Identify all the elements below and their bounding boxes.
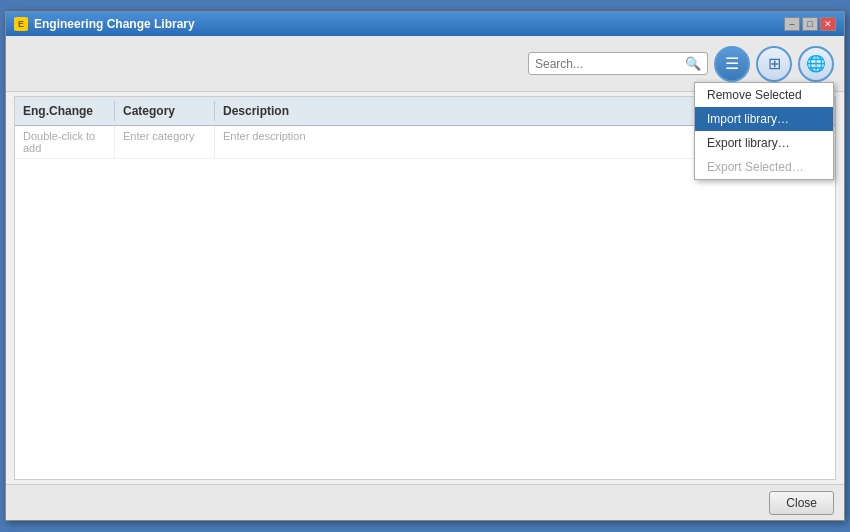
title-bar: E Engineering Change Library – □ ✕ <box>6 12 844 36</box>
cell-eng-change: Double-click to add <box>15 126 115 158</box>
minimize-button[interactable]: – <box>784 17 800 31</box>
window-title: Engineering Change Library <box>34 17 195 31</box>
globe-icon: 🌐 <box>806 54 826 73</box>
export-library-item[interactable]: Export library… <box>695 131 833 155</box>
search-container: 🔍 <box>528 52 708 75</box>
search-icon: 🔍 <box>685 56 701 71</box>
title-bar-left: E Engineering Change Library <box>14 17 195 31</box>
window-close-button[interactable]: ✕ <box>820 17 836 31</box>
menu-button[interactable]: ☰ <box>714 46 750 82</box>
grid-button[interactable]: ⊞ <box>756 46 792 82</box>
main-window: E Engineering Change Library – □ ✕ 🔍 ☰ ⊞… <box>5 11 845 521</box>
cell-category: Enter category <box>115 126 215 158</box>
globe-button[interactable]: 🌐 <box>798 46 834 82</box>
dropdown-menu: Remove Selected Import library… Export l… <box>694 82 834 180</box>
grid-icon: ⊞ <box>768 54 781 73</box>
header-description: Description <box>215 101 775 121</box>
header-eng-change: Eng.Change <box>15 101 115 121</box>
header-category: Category <box>115 101 215 121</box>
import-library-item[interactable]: Import library… <box>695 107 833 131</box>
title-controls: – □ ✕ <box>784 17 836 31</box>
footer: Close <box>6 484 844 520</box>
toolbar: 🔍 ☰ ⊞ 🌐 Remove Selected Import library… … <box>6 36 844 92</box>
menu-icon: ☰ <box>725 54 739 73</box>
maximize-button[interactable]: □ <box>802 17 818 31</box>
remove-selected-item[interactable]: Remove Selected <box>695 83 833 107</box>
cell-description: Enter description <box>215 126 775 158</box>
export-selected-item: Export Selected… <box>695 155 833 179</box>
close-button[interactable]: Close <box>769 491 834 515</box>
search-input[interactable] <box>535 57 681 71</box>
window-icon: E <box>14 17 28 31</box>
